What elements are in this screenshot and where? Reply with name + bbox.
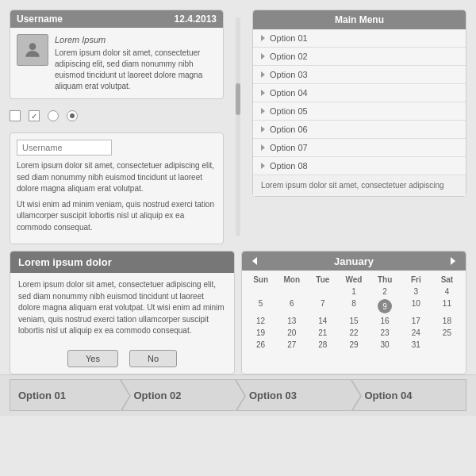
- breadcrumb-item-1[interactable]: Option 01: [10, 379, 121, 411]
- calendar-day[interactable]: 25: [432, 327, 463, 339]
- prev-month-button[interactable]: [248, 255, 261, 267]
- calendar-header: January: [242, 251, 466, 271]
- calendar-day[interactable]: 24: [401, 327, 432, 339]
- lorem-title: Lorem Ipsum: [55, 34, 217, 46]
- calendar-day[interactable]: 27: [276, 339, 307, 351]
- calendar-day[interactable]: 31: [401, 339, 432, 351]
- menu-item-label-6: Option 06: [270, 125, 308, 134]
- calendar-day[interactable]: 23: [370, 327, 401, 339]
- alert-title: Lorem ipsum dolor: [10, 251, 234, 273]
- alert-body: Lorem ipsum dolor sit amet, consectetuer…: [10, 273, 234, 344]
- menu-footer: Lorem ipsum dolor sit amet, consectetuer…: [253, 175, 466, 196]
- menu-item-6[interactable]: Option 06: [253, 121, 466, 139]
- next-month-button[interactable]: [447, 255, 459, 267]
- calendar-day[interactable]: 21: [307, 327, 338, 339]
- calendar-week-row: 19202122232425: [245, 327, 463, 339]
- menu-item-1[interactable]: Option 01: [253, 29, 466, 48]
- breadcrumb-item-3[interactable]: Option 03: [236, 379, 351, 411]
- form-text2: Ut wisi enim ad minim veniam, quis nostr…: [17, 199, 217, 234]
- calendar-day-header: Thu: [370, 274, 401, 286]
- calendar-day[interactable]: 20: [276, 327, 307, 339]
- breadcrumb-item-4[interactable]: Option 04: [351, 379, 467, 411]
- menu-item-7[interactable]: Option 07: [253, 139, 466, 157]
- calendar-day[interactable]: 10: [401, 298, 432, 315]
- calendar-day[interactable]: 4: [432, 286, 463, 298]
- calendar-day-header: Sun: [245, 274, 276, 286]
- date-label: 12.4.2013: [175, 13, 217, 25]
- checkbox-empty[interactable]: [10, 110, 21, 121]
- menu-item-label-5: Option 05: [270, 106, 308, 116]
- form-card: Lorem ipsum dolor sit amet, consectetuer…: [10, 132, 224, 244]
- avatar: [17, 34, 48, 66]
- menu-arrow-3: [261, 71, 265, 78]
- menu-item-label-2: Option 02: [270, 52, 308, 61]
- lorem-body: Lorem ipsum dolor sit amet, consectetuer…: [55, 48, 217, 92]
- menu-item-3[interactable]: Option 03: [253, 66, 466, 84]
- menu-item-label-7: Option 07: [270, 143, 308, 152]
- menu-item-8[interactable]: Option 08: [253, 157, 466, 175]
- menu-arrow-5: [261, 108, 265, 114]
- menu-header: Main Menu: [253, 10, 466, 29]
- calendar-day[interactable]: 17: [401, 315, 432, 327]
- breadcrumb-bar: Option 01Option 02Option 03Option 04: [0, 374, 476, 416]
- calendar-day[interactable]: 19: [245, 327, 276, 339]
- calendar-day[interactable]: 18: [432, 315, 463, 327]
- calendar-day[interactable]: 16: [370, 315, 401, 327]
- alert-buttons: Yes No: [10, 344, 234, 374]
- calendar-day-header: Wed: [338, 274, 369, 286]
- menu-arrow-2: [261, 53, 265, 60]
- radio-filled[interactable]: [67, 110, 78, 121]
- calendar-day[interactable]: 26: [245, 339, 276, 351]
- form-text1: Lorem ipsum dolor sit amet, consectetuer…: [17, 160, 217, 195]
- breadcrumb-item-2[interactable]: Option 02: [121, 379, 236, 411]
- calendar-day-header: Mon: [276, 274, 307, 286]
- calendar-day-header: Sat: [432, 274, 463, 286]
- alert-card: Lorem ipsum dolor Lorem ipsum dolor sit …: [10, 251, 235, 374]
- calendar-day[interactable]: 2: [370, 286, 401, 298]
- yes-button[interactable]: Yes: [67, 350, 118, 367]
- menu-arrow-1: [261, 35, 265, 41]
- calendar-card: January SunMonTueWedThuFriSat12345678910…: [241, 251, 466, 374]
- menu-item-2[interactable]: Option 02: [253, 48, 466, 66]
- calendar-day[interactable]: 12: [245, 315, 276, 327]
- calendar-day[interactable]: 6: [276, 298, 307, 315]
- user-icon: [22, 40, 43, 60]
- menu-item-4[interactable]: Option 04: [253, 84, 466, 102]
- no-button[interactable]: No: [129, 350, 177, 367]
- calendar-day-header: Tue: [307, 274, 338, 286]
- calendar-day[interactable]: 9: [370, 298, 401, 315]
- menu-arrow-7: [261, 144, 265, 151]
- calendar-week-row: 1234: [245, 286, 463, 298]
- calendar-day[interactable]: 14: [307, 315, 338, 327]
- calendar-day[interactable]: 7: [307, 298, 338, 315]
- calendar-day[interactable]: 22: [338, 327, 369, 339]
- calendar-week-row: 567891011: [245, 298, 463, 315]
- calendar-day[interactable]: 15: [338, 315, 369, 327]
- checkbox-checked[interactable]: ✓: [29, 110, 40, 121]
- calendar-day[interactable]: 5: [245, 298, 276, 315]
- username-input[interactable]: [17, 140, 112, 155]
- profile-header: Username 12.4.2013: [10, 10, 223, 28]
- calendar-empty: [432, 339, 463, 351]
- calendar-empty: [307, 286, 338, 298]
- menu-item-label-1: Option 01: [270, 33, 308, 43]
- calendar-day[interactable]: 11: [432, 298, 463, 315]
- calendar-day[interactable]: 28: [307, 339, 338, 351]
- menu-item-label-3: Option 03: [270, 70, 308, 79]
- menu-arrow-8: [261, 163, 265, 169]
- menu-arrow-6: [261, 126, 265, 132]
- menu-item-label-4: Option 04: [270, 88, 308, 98]
- menu-arrow-4: [261, 90, 265, 96]
- scrollbar: [230, 10, 246, 244]
- menu-item-5[interactable]: Option 05: [253, 102, 466, 121]
- calendar-day-header: Fri: [401, 274, 432, 286]
- calendar-day[interactable]: 1: [338, 286, 369, 298]
- profile-card: Username 12.4.2013 Lorem Ipsum Lorem ips…: [10, 10, 224, 99]
- calendar-week-row: 262728293031: [245, 339, 463, 351]
- calendar-day[interactable]: 8: [338, 298, 369, 315]
- calendar-day[interactable]: 13: [276, 315, 307, 327]
- calendar-day[interactable]: 30: [370, 339, 401, 351]
- radio-empty[interactable]: [48, 110, 59, 121]
- calendar-day[interactable]: 29: [338, 339, 369, 351]
- calendar-day[interactable]: 3: [401, 286, 432, 298]
